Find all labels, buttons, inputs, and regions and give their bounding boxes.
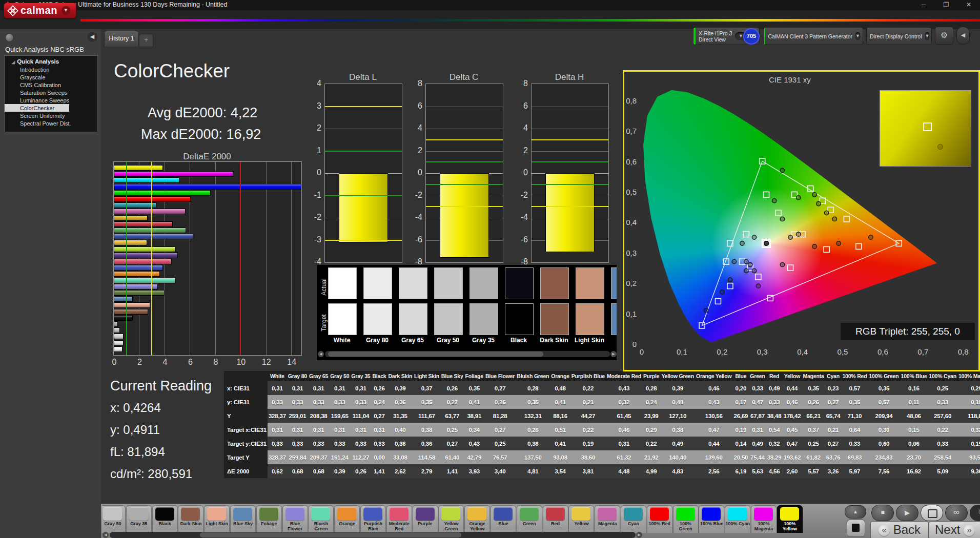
settings-gear-button[interactable]: ⚙ xyxy=(935,27,953,45)
table-cell: 61,45 xyxy=(606,409,642,423)
patch-tile-green[interactable]: Green xyxy=(517,505,542,533)
panel-up-button[interactable]: ▲ xyxy=(845,505,866,519)
patch-scroll-right-icon[interactable]: ▶ xyxy=(636,532,642,538)
close-button[interactable]: ✕ xyxy=(957,0,980,10)
table-cell: 20,50 xyxy=(733,450,749,464)
minimize-button[interactable]: ─ xyxy=(912,0,935,10)
table-cell: 112,27 xyxy=(350,450,371,464)
deltae-bar-black xyxy=(114,315,133,321)
tab-history-1[interactable]: History 1 xyxy=(104,31,139,47)
patch-scrollbar[interactable] xyxy=(110,532,636,538)
calman-menu-button[interactable]: calman ▼ xyxy=(4,3,76,18)
sidebar-item-cms-calibration[interactable]: CMS Calibration xyxy=(5,81,97,89)
play-button[interactable]: ▶ xyxy=(896,505,918,521)
patch-tile-light-skin[interactable]: Light Skin xyxy=(204,505,230,533)
patch-tile-100-blue[interactable]: 100% Blue xyxy=(699,505,724,533)
refresh-button[interactable]: ↻ xyxy=(970,505,980,521)
pattern-window-button[interactable] xyxy=(921,505,943,521)
cie-x-tick: 0 xyxy=(640,347,644,356)
patch-scroll-left-icon[interactable]: ◀ xyxy=(103,532,109,538)
cie-y-tick: 0,3 xyxy=(621,249,637,257)
patch-color-chip xyxy=(441,507,460,521)
patch-tile-gray-50[interactable]: Gray 50 xyxy=(102,505,126,533)
back-button[interactable]: « Back xyxy=(870,522,929,538)
patch-tile-red[interactable]: Red xyxy=(543,505,568,533)
display-control-dropdown[interactable]: Direct Display Control ▼ xyxy=(866,27,932,45)
table-cell: 38,60 xyxy=(570,450,606,464)
swatch-scroll-right-icon[interactable]: ▶ xyxy=(610,351,617,357)
sidebar-item-saturation-sweeps[interactable]: Saturation Sweeps xyxy=(5,89,97,96)
tree-expander-icon[interactable]: ◢ xyxy=(12,60,15,65)
patch-tile-purplish-blue[interactable]: Purplish Blue xyxy=(360,505,386,533)
patch-tile-orange-yellow[interactable]: Orange Yellow xyxy=(464,505,490,533)
sidebar-item-luminance-sweeps[interactable]: Luminance Sweeps xyxy=(5,96,97,104)
delta-y-tick: -4 xyxy=(408,213,422,222)
sidebar-collapse-icon[interactable]: ◀ xyxy=(87,32,97,42)
table-header-cell: 100% Red xyxy=(841,371,868,381)
session-indicator-icon[interactable] xyxy=(5,33,14,42)
patch-color-chip xyxy=(650,507,669,521)
table-cell: 0,27 xyxy=(484,381,516,395)
sidebar-item-grayscale[interactable]: Grayscale xyxy=(5,73,97,81)
patch-tile-100-cyan[interactable]: 100% Cyan xyxy=(725,505,750,533)
layout-monitor-button[interactable] xyxy=(847,520,865,537)
patch-tile-yellow[interactable]: Yellow xyxy=(568,505,594,533)
cie-target-square xyxy=(715,298,721,304)
max-de2000-readout: Max dE2000: 16,92 xyxy=(141,127,261,142)
patch-tile-100-magenta[interactable]: 100% Magenta xyxy=(751,505,777,533)
patch-tile-dark-skin[interactable]: Dark Skin xyxy=(178,505,203,533)
patch-tile-blue-sky[interactable]: Blue Sky xyxy=(230,505,256,533)
patch-tile-label: Orange Yellow xyxy=(465,521,489,531)
patch-tile-black[interactable]: Black xyxy=(152,505,178,533)
next-button[interactable]: Next » xyxy=(929,522,980,538)
calman-dropdown-icon[interactable]: ▼ xyxy=(62,6,70,15)
continuous-measure-button[interactable]: ∞ xyxy=(945,505,968,521)
table-cell: 0,32 xyxy=(606,395,642,409)
calman-logo-text: calman xyxy=(21,5,57,16)
patch-tile-magenta[interactable]: Magenta xyxy=(595,505,620,533)
patch-tile-orange[interactable]: Orange xyxy=(334,505,360,533)
swatch-target xyxy=(399,303,427,335)
patch-tile-yellow-green[interactable]: Yellow Green xyxy=(438,505,464,533)
patch-tile-foliage[interactable]: Foliage xyxy=(256,505,282,533)
maximize-button[interactable]: ❐ xyxy=(935,0,957,10)
deltae-bar-cyan xyxy=(114,202,156,208)
meter-count-badge[interactable]: 705 xyxy=(743,28,760,45)
table-cell: 0,33 xyxy=(329,437,350,450)
table-cell: 33,08 xyxy=(387,450,413,464)
table-cell: 118,81 xyxy=(957,409,980,423)
patch-tile-100-green[interactable]: 100% Green xyxy=(673,505,699,533)
panel-collapse-button[interactable]: ◀ xyxy=(956,27,970,45)
patch-tile-cyan[interactable]: Cyan xyxy=(621,505,646,533)
patch-tile-moderate-red[interactable]: Moderate Red xyxy=(386,505,412,533)
patch-tile-100-red[interactable]: 100% Red xyxy=(647,505,672,533)
sidebar-item-introduction[interactable]: Introduction xyxy=(5,66,97,73)
table-cell: 0,40 xyxy=(387,423,413,437)
swatch-target xyxy=(363,303,392,335)
patch-tile-bluish-green[interactable]: Bluish Green xyxy=(308,505,334,533)
sidebar-item-screen-uniformity[interactable]: Screen Uniformity xyxy=(5,112,97,119)
table-cell: 0,15 xyxy=(900,423,928,437)
table-cell: 0,37 xyxy=(802,423,825,437)
pattern-generator-dropdown[interactable]: CalMAN Client 3 Pattern Generator ▼ xyxy=(764,27,863,45)
patch-tile-blue[interactable]: Blue xyxy=(491,505,516,533)
swatch-scrollbar[interactable] xyxy=(325,351,610,357)
swatch-actual xyxy=(576,267,604,299)
patch-scrollbar-thumb[interactable] xyxy=(200,532,461,537)
sidebar-item-spectral-power-dist-[interactable]: Spectral Power Dist. xyxy=(5,119,97,127)
sidebar-item-colorchecker[interactable]: ColorChecker xyxy=(5,104,69,112)
table-cell: 0,31 xyxy=(606,437,642,450)
tree-root-item[interactable]: ◢Quick Analysis xyxy=(5,56,97,66)
swatch-scroll-left-icon[interactable]: ◀ xyxy=(318,351,324,357)
patch-tile-blue-flower[interactable]: Blue Flower xyxy=(282,505,308,533)
table-cell: 0,31 xyxy=(268,423,287,437)
stop-button[interactable]: ■ xyxy=(871,505,894,521)
patch-tile-gray-35[interactable]: Gray 35 xyxy=(126,505,152,533)
patch-tile-100-yellow[interactable]: 100% Yellow xyxy=(777,505,803,533)
table-cell: 0,33 xyxy=(329,395,350,409)
tab-add-button[interactable]: + xyxy=(139,34,153,47)
patch-tile-purple[interactable]: Purple xyxy=(413,505,438,533)
patch-tile-label: Dark Skin xyxy=(178,521,203,526)
table-cell: 0,19 xyxy=(733,423,749,437)
swatch-scrollbar-thumb[interactable] xyxy=(328,351,543,357)
